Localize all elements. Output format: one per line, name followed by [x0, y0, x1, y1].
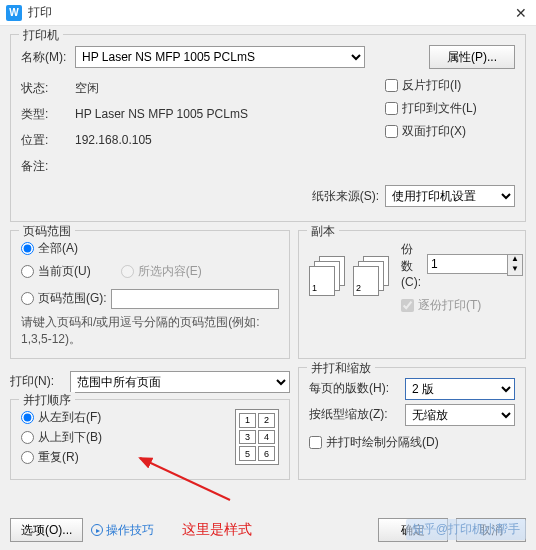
- type-label: 类型:: [21, 106, 75, 123]
- status-value: 空闲: [75, 80, 99, 97]
- paper-source-label: 纸张来源(S):: [312, 188, 379, 205]
- collate-checkbox: 逐份打印(T): [401, 297, 523, 314]
- options-button[interactable]: 选项(O)...: [10, 518, 83, 542]
- order-repeat-radio[interactable]: 重复(R): [21, 449, 102, 466]
- watermark: 知乎@打印机小帮手: [406, 519, 526, 540]
- copies-input[interactable]: ▲▼: [427, 254, 523, 276]
- close-icon[interactable]: ✕: [512, 5, 530, 21]
- copies-title: 副本: [307, 223, 339, 240]
- play-icon: [91, 524, 103, 536]
- duplex-checkbox[interactable]: 双面打印(X): [385, 123, 515, 140]
- scale-label: 按纸型缩放(Z):: [309, 406, 399, 423]
- properties-button[interactable]: 属性(P)...: [429, 45, 515, 69]
- range-selection-radio: 所选内容(E): [121, 263, 202, 280]
- collate-icon: 111 222: [309, 256, 391, 296]
- paper-source-select[interactable]: 使用打印机设置: [385, 185, 515, 207]
- sepline-checkbox[interactable]: 并打时绘制分隔线(D): [309, 434, 515, 451]
- type-value: HP Laser NS MFP 1005 PCLmS: [75, 107, 248, 121]
- comment-label: 备注:: [21, 158, 75, 175]
- order-group: 并打顺序 从左到右(F) 从上到下(B) 重复(R) 12 34 56: [10, 399, 290, 480]
- range-title: 页码范围: [19, 223, 75, 240]
- app-icon: W: [6, 5, 22, 21]
- printer-select[interactable]: HP Laser NS MFP 1005 PCLmS: [75, 46, 365, 68]
- order-ltr-radio[interactable]: 从左到右(F): [21, 409, 102, 426]
- tips-link[interactable]: 操作技巧: [91, 522, 154, 539]
- layout-preview-icon: 12 34 56: [235, 409, 279, 465]
- printer-group-title: 打印机: [19, 27, 63, 44]
- window-title: 打印: [28, 4, 512, 21]
- range-pages-radio[interactable]: 页码范围(G):: [21, 290, 107, 307]
- tofile-checkbox[interactable]: 打印到文件(L): [385, 100, 515, 117]
- printwhat-label: 打印(N):: [10, 373, 64, 390]
- spin-down-icon[interactable]: ▼: [508, 265, 522, 275]
- printer-group: 打印机 名称(M): HP Laser NS MFP 1005 PCLmS 属性…: [10, 34, 526, 222]
- range-group: 页码范围 全部(A) 当前页(U) 所选内容(E) 页码范围(G): 请键入页码…: [10, 230, 290, 359]
- range-hint: 请键入页码和/或用逗号分隔的页码范围(例如: 1,3,5-12)。: [21, 314, 279, 348]
- range-all-radio[interactable]: 全部(A): [21, 240, 279, 257]
- zoom-group: 并打和缩放 每页的版数(H): 2 版 按纸型缩放(Z): 无缩放 并打时绘制分…: [298, 367, 526, 480]
- name-label: 名称(M):: [21, 49, 75, 66]
- pps-label: 每页的版数(H):: [309, 380, 399, 397]
- pps-select[interactable]: 2 版: [405, 378, 515, 400]
- mirror-checkbox[interactable]: 反片打印(I): [385, 77, 515, 94]
- scale-select[interactable]: 无缩放: [405, 404, 515, 426]
- copies-group: 副本 111 222 份数(C): ▲▼ 逐份打印(T): [298, 230, 526, 359]
- annotation-text: 这里是样式: [182, 521, 252, 539]
- printwhat-select[interactable]: 范围中所有页面: [70, 371, 290, 393]
- status-label: 状态:: [21, 80, 75, 97]
- range-current-radio[interactable]: 当前页(U): [21, 263, 91, 280]
- order-ttb-radio[interactable]: 从上到下(B): [21, 429, 102, 446]
- copies-label: 份数(C):: [401, 241, 421, 289]
- order-title: 并打顺序: [19, 392, 75, 409]
- where-label: 位置:: [21, 132, 75, 149]
- zoom-title: 并打和缩放: [307, 360, 375, 377]
- where-value: 192.168.0.105: [75, 133, 152, 147]
- range-pages-input[interactable]: [111, 289, 279, 309]
